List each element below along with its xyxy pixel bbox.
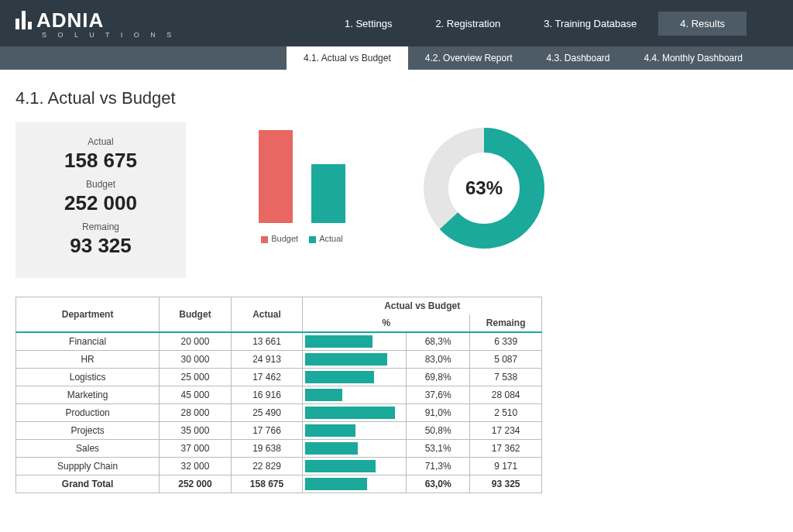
- cell-dept: Suppply Chain: [16, 458, 160, 475]
- cell-remaining: 9 171: [470, 458, 542, 475]
- cell-remaining: 5 087: [470, 351, 542, 369]
- cell-remaining: 28 084: [470, 386, 542, 404]
- th-budget: Budget: [160, 297, 232, 333]
- cell-remaining: 6 339: [470, 332, 542, 351]
- th-actual-vs-budget: Actual vs Budget: [303, 297, 542, 315]
- page-title: 4.1. Actual vs Budget: [15, 88, 778, 108]
- bar-chart: Budget Actual: [232, 122, 372, 243]
- cell-percent: 50,8%: [407, 422, 470, 440]
- cell-dept: HR: [16, 351, 160, 369]
- subnav-overview-report[interactable]: 4.2. Overview Report: [408, 46, 530, 70]
- cell-actual: 17 766: [231, 422, 303, 440]
- table-row: Production28 00025 49091,0%2 510: [16, 404, 542, 422]
- subnav-monthly-dashboard[interactable]: 4.4. Monthly Dashboard: [627, 46, 760, 70]
- cell-remaining: 17 234: [470, 422, 542, 440]
- cell-dept: Financial: [16, 332, 160, 351]
- donut-percent-label: 63%: [465, 177, 503, 199]
- th-remaining: Remaing: [470, 314, 542, 332]
- bar-chart-legend: Budget Actual: [232, 234, 372, 243]
- cell-bar: [303, 386, 407, 404]
- cell-percent: 68,3%: [407, 332, 470, 351]
- cell-remaining: 2 510: [470, 404, 542, 422]
- summary-budget-value: 252 000: [23, 191, 178, 215]
- legend-actual: Actual: [309, 234, 343, 243]
- cell-percent: 71,3%: [407, 458, 470, 475]
- cell-budget: 45 000: [160, 386, 232, 404]
- table-row: Logistics25 00017 46269,8%7 538: [16, 369, 542, 386]
- cell-actual: 25 490: [231, 404, 303, 422]
- cell-remaining: 93 325: [470, 475, 542, 493]
- cell-actual: 158 675: [231, 475, 303, 493]
- cell-dept: Marketing: [16, 386, 160, 404]
- cell-dept: Projects: [16, 422, 160, 440]
- row-bar: [305, 353, 386, 366]
- cell-actual: 24 913: [231, 351, 303, 369]
- row-bar: [305, 460, 375, 472]
- cell-actual: 19 638: [231, 440, 303, 458]
- table-row: Projects35 00017 76650,8%17 234: [16, 422, 542, 440]
- cell-actual: 22 829: [231, 458, 303, 475]
- cell-budget: 30 000: [160, 351, 232, 369]
- table-row: Grand Total252 000158 67563,0%93 325: [16, 475, 542, 493]
- cell-dept: Logistics: [16, 369, 160, 386]
- th-percent: %: [303, 314, 470, 332]
- page-content: 4.1. Actual vs Budget Actual 158 675 Bud…: [0, 70, 793, 493]
- nav-registration[interactable]: 2. Registration: [414, 12, 522, 36]
- top-nav: ADNIA S O L U T I O N S 1. Settings 2. R…: [0, 0, 793, 46]
- cell-bar: [303, 369, 407, 386]
- cell-budget: 25 000: [160, 369, 232, 386]
- cell-bar: [303, 475, 407, 493]
- cell-budget: 37 000: [160, 440, 232, 458]
- cell-bar: [303, 351, 407, 369]
- actual-vs-budget-table: Department Budget Actual Actual vs Budge…: [15, 297, 542, 493]
- bar-actual: [311, 164, 345, 223]
- cell-percent: 63,0%: [407, 475, 470, 493]
- cell-budget: 35 000: [160, 422, 232, 440]
- brand-logo: ADNIA S O L U T I O N S: [15, 9, 176, 39]
- nav-settings[interactable]: 1. Settings: [323, 12, 414, 36]
- donut-chart: 63%: [418, 122, 550, 254]
- nav-results[interactable]: 4. Results: [658, 12, 747, 36]
- cell-percent: 53,1%: [407, 440, 470, 458]
- cell-remaining: 7 538: [470, 369, 542, 386]
- summary-actual-value: 158 675: [23, 149, 178, 173]
- cell-bar: [303, 458, 407, 475]
- brand-name: ADNIA: [36, 9, 104, 33]
- nav-training-database[interactable]: 3. Training Database: [522, 12, 658, 36]
- brand-subtitle: S O L U T I O N S: [42, 31, 176, 39]
- cell-bar: [303, 422, 407, 440]
- cell-budget: 28 000: [160, 404, 232, 422]
- cell-budget: 32 000: [160, 458, 232, 475]
- cell-dept: Sales: [16, 440, 160, 458]
- row-bar: [305, 424, 355, 437]
- summary-row: Actual 158 675 Budget 252 000 Remaing 93…: [15, 122, 778, 278]
- cell-actual: 16 916: [231, 386, 303, 404]
- bar-budget: [259, 130, 293, 223]
- table-row: Suppply Chain32 00022 82971,3%9 171: [16, 458, 542, 475]
- cell-budget: 20 000: [160, 332, 232, 351]
- subnav-dashboard[interactable]: 4.3. Dashboard: [529, 46, 627, 70]
- legend-budget-swatch: [261, 236, 268, 243]
- table-row: HR30 00024 91383,0%5 087: [16, 351, 542, 369]
- cell-percent: 37,6%: [407, 386, 470, 404]
- sub-nav: 4.1. Actual vs Budget 4.2. Overview Repo…: [0, 46, 793, 70]
- th-department: Department: [16, 297, 160, 333]
- summary-remaining-label: Remaing: [23, 221, 178, 232]
- table-row: Financial20 00013 66168,3%6 339: [16, 332, 542, 351]
- row-bar: [305, 407, 394, 419]
- cell-remaining: 17 362: [470, 440, 542, 458]
- table-row: Sales37 00019 63853,1%17 362: [16, 440, 542, 458]
- summary-remaining-value: 93 325: [23, 234, 178, 258]
- row-bar: [305, 389, 342, 401]
- cell-actual: 17 462: [231, 369, 303, 386]
- row-bar: [305, 335, 372, 348]
- bars-icon: [15, 11, 32, 29]
- cell-bar: [303, 332, 407, 351]
- cell-percent: 83,0%: [407, 351, 470, 369]
- cell-bar: [303, 404, 407, 422]
- cell-bar: [303, 440, 407, 458]
- cell-dept: Production: [16, 404, 160, 422]
- subnav-actual-vs-budget[interactable]: 4.1. Actual vs Budget: [287, 46, 408, 70]
- summary-budget-label: Budget: [23, 179, 178, 190]
- legend-actual-swatch: [309, 236, 316, 243]
